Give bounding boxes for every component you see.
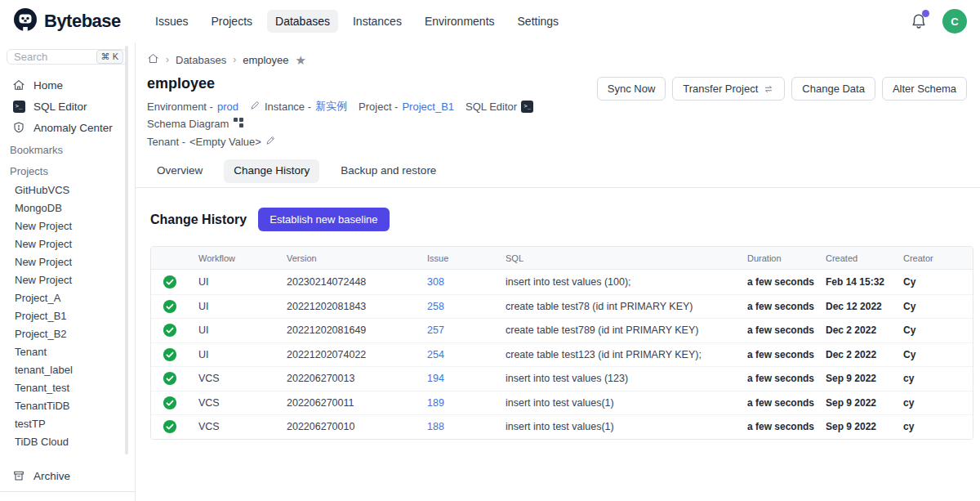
change-data-button[interactable]: Change Data <box>791 77 875 101</box>
project-meta: Project - Project_B1 <box>359 101 454 113</box>
transfer-project-button[interactable]: Transfer Project <box>672 77 785 101</box>
sidebar-project-item[interactable]: TenantTiDB <box>0 396 135 414</box>
table-body: UI 20230214072448 308 insert into test v… <box>151 270 973 439</box>
instance-label: Instance - <box>265 101 311 113</box>
sidebar-project-item[interactable]: MongoDB <box>0 199 135 217</box>
top-nav-item[interactable]: Issues <box>147 10 196 33</box>
cell-sql: create table test78 (id int PRIMARY KEY) <box>506 301 747 312</box>
sidebar-project-item[interactable]: Tenant <box>0 342 135 360</box>
table-row[interactable]: VCS 202206270010 188 insert into test va… <box>151 414 973 439</box>
top-nav-item[interactable]: Databases <box>267 10 338 33</box>
issue-link[interactable]: 258 <box>427 301 444 312</box>
sidebar-project-item[interactable]: Project_B2 <box>0 324 135 342</box>
database-meta-line: Environment - prod Instance - <box>147 99 597 131</box>
sidebar-project-item[interactable]: New Project <box>0 271 135 289</box>
sidebar-project-item[interactable]: Tenant_test <box>0 378 135 396</box>
search-box[interactable]: ⌘ K <box>7 49 127 65</box>
sidebar-item-anomaly-center[interactable]: Anomaly Center <box>0 117 135 138</box>
sidebar-item-sql-editor[interactable]: >_ SQL Editor <box>0 96 135 117</box>
success-check-icon <box>163 347 177 362</box>
table-row[interactable]: UI 20221202081649 257 create table test7… <box>151 318 973 342</box>
sql-editor-shortcut[interactable]: SQL Editor >_ <box>466 101 533 113</box>
cell-created: Dec 2 2022 <box>826 349 903 360</box>
cell-duration: a few seconds <box>747 276 826 288</box>
sidebar-item-home[interactable]: Home <box>0 74 135 96</box>
environment-link[interactable]: prod <box>217 101 238 113</box>
home-icon <box>12 78 25 92</box>
tab[interactable]: Overview <box>147 159 212 183</box>
issue-link[interactable]: 257 <box>427 324 444 336</box>
top-nav-item[interactable]: Instances <box>345 10 410 33</box>
cell-duration: a few seconds <box>747 421 826 432</box>
sidebar-scrollbar[interactable] <box>125 46 128 454</box>
establish-baseline-button[interactable]: Establish new baseline <box>258 208 389 231</box>
breadcrumb-employee[interactable]: employee <box>243 54 288 66</box>
alter-schema-button[interactable]: Alter Schema <box>882 77 967 101</box>
sidebar-project-item[interactable]: New Project <box>0 217 135 235</box>
search-input[interactable] <box>14 51 87 63</box>
issue-link[interactable]: 188 <box>427 421 444 432</box>
sidebar-item-archive[interactable]: Archive <box>0 465 135 486</box>
success-check-icon <box>163 396 177 410</box>
cell-created: Sep 9 2022 <box>826 373 903 384</box>
sidebar-item-label: Anomaly Center <box>33 122 113 134</box>
sidebar-project-item[interactable]: TiDB Cloud <box>0 432 135 450</box>
top-nav-item[interactable]: Settings <box>510 10 568 33</box>
cell-created: Sep 9 2022 <box>826 397 903 409</box>
column-header-creator: Creator <box>903 253 973 263</box>
issue-link[interactable]: 189 <box>427 397 444 409</box>
issue-link[interactable]: 308 <box>427 276 444 288</box>
table-row[interactable]: VCS 202206270011 189 insert into test va… <box>151 391 973 415</box>
projects-section-label: Projects <box>0 159 135 181</box>
sidebar-project-item[interactable]: Project_A <box>0 289 135 306</box>
notifications-button[interactable] <box>910 12 928 30</box>
schema-diagram-label: Schema Diagram <box>147 118 229 130</box>
environment-label: Environment - <box>147 101 213 113</box>
sidebar-project-item[interactable]: New Project <box>0 235 135 253</box>
sidebar-project-item[interactable]: testTP <box>0 414 135 432</box>
breadcrumb-databases[interactable]: Databases <box>176 54 226 66</box>
column-header-sql: SQL <box>506 253 747 263</box>
cell-workflow: VCS <box>198 421 287 432</box>
bytebase-logo[interactable]: Bytebase <box>13 7 147 35</box>
tab[interactable]: Change History <box>224 159 319 183</box>
top-nav-item[interactable]: Environments <box>416 10 503 33</box>
user-avatar[interactable]: C <box>942 9 967 34</box>
schema-diagram-shortcut[interactable]: Schema Diagram <box>147 117 244 131</box>
chevron-right-icon: › <box>166 54 169 65</box>
instance-link[interactable]: 新实例 <box>315 99 347 114</box>
cell-sql: create table test123 (id int PRIMARY KEY… <box>506 349 747 360</box>
cell-duration: a few seconds <box>747 397 826 409</box>
cell-workflow: UI <box>198 301 287 312</box>
bookmark-star-icon[interactable]: ★ <box>296 54 306 66</box>
top-nav-item[interactable]: Projects <box>203 10 261 33</box>
issue-link[interactable]: 194 <box>427 373 444 384</box>
cell-workflow: VCS <box>198 373 287 384</box>
cell-version: 202206270011 <box>287 397 427 409</box>
breadcrumb-home-icon[interactable] <box>147 52 159 67</box>
cell-duration: a few seconds <box>747 324 826 336</box>
project-link[interactable]: Project_B1 <box>402 101 454 113</box>
cell-workflow: VCS <box>198 397 287 409</box>
table-row[interactable]: UI 20230214072448 308 insert into test v… <box>151 270 973 294</box>
schema-diagram-icon <box>233 117 244 131</box>
transfer-project-label: Transfer Project <box>683 83 758 95</box>
cell-version: 202206270010 <box>287 421 427 432</box>
table-row[interactable]: VCS 202206270013 194 insert into test va… <box>151 366 973 391</box>
table-row[interactable]: UI 20221202074022 254 create table test1… <box>151 342 973 367</box>
sidebar-project-item[interactable]: GitHubVCS <box>0 181 135 199</box>
sidebar-project-item[interactable]: New Project <box>0 253 135 271</box>
tenant-meta-line: Tenant - <Empty Value> <box>147 135 597 148</box>
sidebar-project-item[interactable]: Project_B1 <box>0 306 135 324</box>
issue-link[interactable]: 254 <box>427 349 444 360</box>
edit-pencil-icon[interactable] <box>265 135 276 148</box>
transfer-arrows-icon <box>763 83 774 95</box>
table-row[interactable]: UI 20221202081843 258 create table test7… <box>151 294 973 319</box>
tenant-meta: Tenant - <Empty Value> <box>147 135 276 148</box>
sync-now-button[interactable]: Sync Now <box>597 77 666 101</box>
cell-workflow: UI <box>198 349 287 360</box>
main-area: › Databases › employee ★ employee Enviro… <box>136 42 980 501</box>
tab[interactable]: Backup and restore <box>331 159 446 183</box>
tenant-label: Tenant - <box>147 136 185 148</box>
sidebar-project-item[interactable]: tenant_label <box>0 360 135 378</box>
